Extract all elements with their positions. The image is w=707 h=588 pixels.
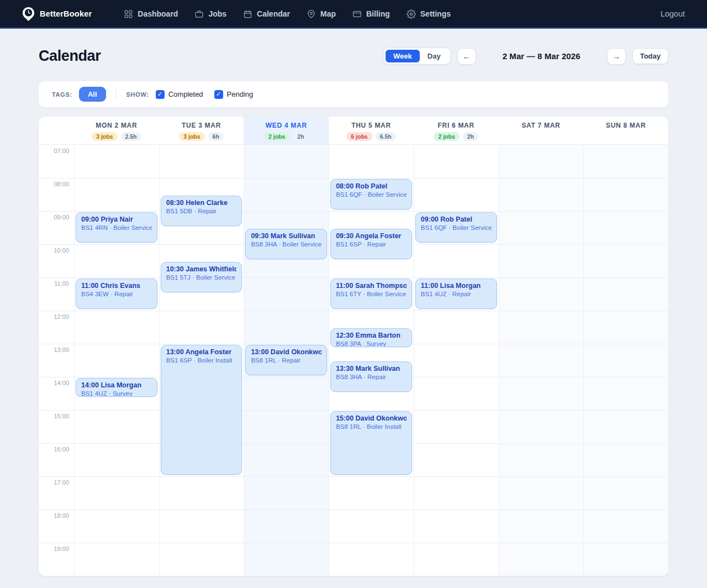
nav-item-label: Billing <box>366 9 390 18</box>
day-header-label: MON 2 MAR <box>74 122 159 129</box>
jobs-count-badge: 6 jobs <box>346 132 372 141</box>
day-header-label: FRI 6 MAR <box>414 122 499 129</box>
event-card[interactable]: 10:30 James WhitfieldBS1 5TJ · Boiler Se… <box>161 262 242 292</box>
event-card[interactable]: 14:00 Lisa MorganBS1 4UZ · Survey <box>76 378 157 397</box>
event-title: 09:00 Priya Nair <box>81 216 152 223</box>
show-label: SHOW: <box>126 91 149 98</box>
prev-week-button[interactable]: ← <box>457 48 476 65</box>
event-title: 09:30 Mark Sullivan <box>251 232 321 240</box>
event-card[interactable]: 12:30 Emma BartonBS8 3PA · Survey <box>330 328 412 347</box>
nav-item-settings[interactable]: Settings <box>407 9 451 19</box>
time-label: 16:00 <box>54 446 69 453</box>
nav-item-label: Jobs <box>208 9 226 18</box>
event-title: 10:30 James Whitfield <box>166 265 237 273</box>
event-details: BS8 1RL · Repair <box>251 357 321 364</box>
time-label: 09:00 <box>54 214 69 221</box>
event-details: BS1 4UZ · Repair <box>421 291 492 297</box>
filter-checkbox-pending[interactable]: ✓Pending <box>214 90 254 99</box>
event-details: BS1 5DB · Repair <box>166 208 237 214</box>
event-details: BS8 3HA · Repair <box>336 374 407 380</box>
event-title: 08:30 Helen Clarke <box>166 199 237 207</box>
nav-item-label: Settings <box>420 9 451 18</box>
hour-line <box>39 277 668 278</box>
time-label: 07:00 <box>54 148 69 154</box>
divider <box>116 89 117 100</box>
next-week-button[interactable]: → <box>607 48 626 65</box>
event-details: BS8 3PA · Survey <box>336 340 407 347</box>
event-details: BS8 3HA · Boiler Service <box>251 241 321 248</box>
day-column-wed-4-mar[interactable]: 09:30 Mark SullivanBS8 3HA · Boiler Serv… <box>244 145 329 576</box>
jobs-icon <box>194 9 204 19</box>
day-column-thu-5-mar[interactable]: 08:00 Rob PatelBS1 6QF · Boiler Service0… <box>329 145 414 576</box>
event-card[interactable]: 13:00 Angela FosterBS1 6SP · Boiler Inst… <box>161 345 242 475</box>
tags-label: TAGS: <box>52 91 72 98</box>
day-header-label: THU 5 MAR <box>329 122 414 129</box>
time-label: 18:00 <box>54 512 69 519</box>
time-label: 12:00 <box>54 313 69 320</box>
event-details: BS1 6QF · Boiler Service <box>336 191 407 198</box>
nav-item-calendar[interactable]: Calendar <box>243 9 290 19</box>
today-button[interactable]: Today <box>632 48 668 64</box>
nav-item-map[interactable]: Map <box>307 9 336 19</box>
jobs-count-badge: 3 jobs <box>179 132 204 141</box>
event-title: 08:00 Rob Patel <box>336 182 407 190</box>
time-label: 19:00 <box>54 545 69 552</box>
event-title: 09:00 Rob Patel <box>421 216 492 223</box>
tag-all-button[interactable]: All <box>79 87 106 102</box>
calendar-controls: Week Day ← 2 Mar — 8 Mar 2026 → Today <box>383 48 668 65</box>
event-card[interactable]: 11:00 Chris EvansBS4 3EW · Repair <box>76 279 157 309</box>
nav-item-dashboard[interactable]: Dashboard <box>124 9 178 19</box>
hours-total-badge: 6.5h <box>376 132 396 141</box>
event-card[interactable]: 11:00 Lisa MorganBS1 4UZ · Repair <box>415 279 497 309</box>
show-checkboxes: ✓Completed✓Pending <box>156 90 254 99</box>
event-card[interactable]: 08:00 Rob PatelBS1 6QF · Boiler Service <box>330 179 412 209</box>
checkbox-checked-icon: ✓ <box>156 90 165 99</box>
nav-item-label: Map <box>320 9 336 18</box>
hours-total-badge: 2h <box>463 132 478 141</box>
event-card[interactable]: 09:30 Angela FosterBS1 6SP · Repair <box>330 229 412 259</box>
day-column-tue-3-mar[interactable]: 08:30 Helen ClarkeBS1 5DB · Repair10:30 … <box>159 145 244 576</box>
nav-item-jobs[interactable]: Jobs <box>194 9 226 19</box>
event-card[interactable]: 09:00 Priya NairBS1 4RN · Boiler Service <box>76 212 157 243</box>
day-header-badges: 2 jobs2h <box>244 132 329 141</box>
gutter-header-cell <box>39 117 74 144</box>
event-details: BS1 4RN · Boiler Service <box>81 224 152 231</box>
day-column-fri-6-mar[interactable]: 09:00 Rob PatelBS1 6QF · Boiler Service1… <box>414 145 499 576</box>
day-column-mon-2-mar[interactable]: 09:00 Priya NairBS1 4RN · Boiler Service… <box>74 145 159 576</box>
event-card[interactable]: 09:00 Rob PatelBS1 6QF · Boiler Service <box>415 212 497 243</box>
map-icon <box>307 9 316 19</box>
event-title: 11:00 Sarah Thompson <box>336 282 407 290</box>
event-card[interactable]: 08:30 Helen ClarkeBS1 5DB · Repair <box>161 196 242 226</box>
event-card[interactable]: 11:00 Sarah ThompsonBS1 6TY · Boiler Ser… <box>330 279 412 309</box>
hours-total-badge: 6h <box>208 132 224 141</box>
day-header-sun-8-mar: SUN 8 MAR <box>583 117 668 144</box>
event-card[interactable]: 13:00 David OkonkwoBS8 1RL · Repair <box>245 345 327 375</box>
day-header-fri-6-mar: FRI 6 MAR2 jobs2h <box>414 117 499 144</box>
day-header-wed-4-mar: WED 4 MAR2 jobs2h <box>244 117 329 144</box>
day-column-sun-8-mar[interactable] <box>583 145 668 576</box>
event-card[interactable]: 09:30 Mark SullivanBS8 3HA · Boiler Serv… <box>245 229 327 259</box>
calendar-icon <box>243 9 252 19</box>
hour-line <box>39 211 668 212</box>
day-header-mon-2-mar: MON 2 MAR3 jobs2.5h <box>74 117 159 144</box>
checkbox-checked-icon: ✓ <box>214 90 223 99</box>
event-details: BS4 3EW · Repair <box>81 291 152 297</box>
event-details: BS1 6SP · Boiler Install <box>166 357 237 364</box>
nav-item-label: Calendar <box>257 9 290 18</box>
time-label: 14:00 <box>54 380 69 386</box>
week-view-button[interactable]: Week <box>386 50 420 62</box>
dashboard-icon <box>124 9 133 19</box>
event-card[interactable]: 13:30 Mark SullivanBS8 3HA · Repair <box>330 361 412 392</box>
event-card[interactable]: 15:00 David OkonkwoBS8 1RL · Boiler Inst… <box>330 411 412 475</box>
day-column-sat-7-mar[interactable] <box>499 145 584 576</box>
event-details: BS1 5TJ · Boiler Service <box>166 274 237 281</box>
filter-checkbox-completed[interactable]: ✓Completed <box>156 90 203 99</box>
brand-logo[interactable]: BetterBooker <box>22 7 92 22</box>
day-view-button[interactable]: Day <box>420 50 449 62</box>
billing-icon <box>352 9 362 19</box>
logout-button[interactable]: Logout <box>661 9 685 18</box>
filter-bar: TAGS: All SHOW: ✓Completed✓Pending <box>39 81 668 107</box>
event-details: BS8 1RL · Boiler Install <box>336 423 407 430</box>
day-header-badges: 2 jobs2h <box>414 132 499 141</box>
nav-item-billing[interactable]: Billing <box>352 9 390 19</box>
